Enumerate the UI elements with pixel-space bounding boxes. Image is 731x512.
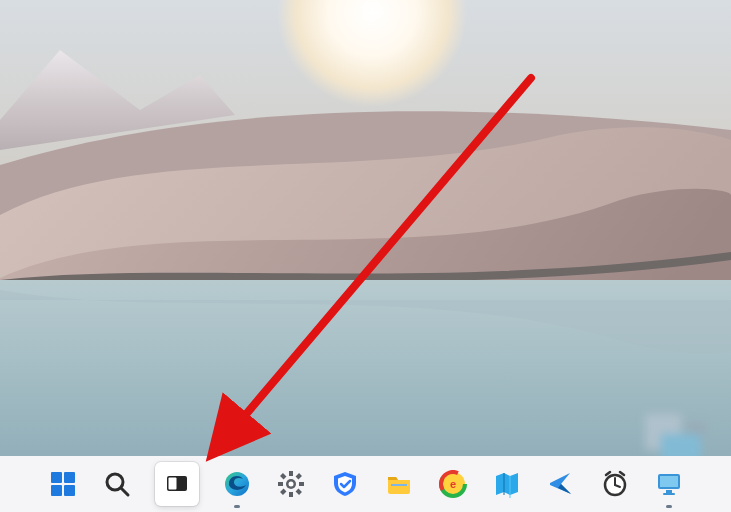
search-icon	[103, 470, 131, 498]
monitor-icon	[655, 470, 683, 498]
task-view-icon	[165, 472, 189, 496]
gear-icon	[277, 470, 305, 498]
svg-rect-3	[51, 472, 62, 483]
svg-line-31	[620, 472, 624, 475]
running-indicator	[666, 505, 672, 508]
running-indicator	[234, 505, 240, 508]
svg-line-17	[281, 475, 285, 479]
monitor-button[interactable]	[653, 468, 685, 500]
task-view-button[interactable]	[155, 462, 199, 506]
svg-point-21	[288, 482, 293, 487]
clock-button[interactable]	[599, 468, 631, 500]
svg-rect-22	[391, 484, 407, 486]
svg-rect-6	[64, 485, 75, 496]
settings-button[interactable]	[275, 468, 307, 500]
feishu-button[interactable]	[545, 468, 577, 500]
svg-rect-5	[51, 485, 62, 496]
folder-icon	[385, 470, 413, 498]
svg-line-20	[281, 490, 285, 494]
svg-line-30	[606, 472, 610, 475]
browser360-icon: e	[439, 470, 467, 498]
svg-rect-4	[64, 472, 75, 483]
feishu-icon	[547, 470, 575, 498]
edge-icon	[223, 470, 251, 498]
desktop-wallpaper	[0, 0, 731, 512]
security-button[interactable]	[329, 468, 361, 500]
svg-point-11	[225, 472, 249, 496]
windows-start-icon	[49, 470, 77, 498]
svg-rect-35	[663, 493, 675, 495]
browser360-button[interactable]: e	[437, 468, 469, 500]
clock-icon	[601, 470, 629, 498]
svg-rect-34	[666, 490, 672, 493]
file-explorer-button[interactable]	[383, 468, 415, 500]
taskbar: e	[0, 456, 731, 512]
svg-rect-33	[660, 476, 678, 487]
svg-line-19	[297, 475, 301, 479]
svg-line-8	[121, 488, 128, 495]
svg-rect-10	[168, 478, 176, 490]
shield-icon	[331, 470, 359, 498]
search-button[interactable]	[101, 468, 133, 500]
edge-button[interactable]	[221, 468, 253, 500]
start-button[interactable]	[47, 468, 79, 500]
svg-text:e: e	[449, 478, 455, 490]
maps-button[interactable]	[491, 468, 523, 500]
svg-line-18	[297, 490, 301, 494]
maps-icon	[493, 470, 521, 498]
